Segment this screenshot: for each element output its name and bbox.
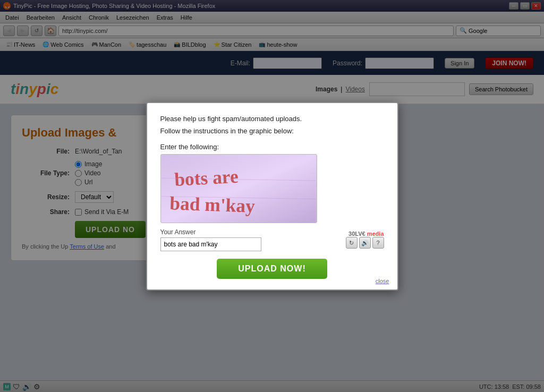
answer-label: Your Answer bbox=[160, 228, 261, 236]
captcha-controls: ↻ 🔊 ? bbox=[346, 237, 384, 249]
answer-row: Your Answer 30LV€ media ↻ 🔊 ? bbox=[160, 228, 384, 251]
enter-label: Enter the following: bbox=[160, 143, 384, 151]
svg-text:bots are: bots are bbox=[174, 165, 239, 190]
captcha-refresh-button[interactable]: ↻ bbox=[346, 237, 358, 249]
solve-media-section: 30LV€ media ↻ 🔊 ? bbox=[346, 231, 384, 249]
captcha-image: bots are bad m'kay bbox=[160, 154, 317, 223]
media-text: media bbox=[367, 231, 384, 237]
modal-line1: Please help us fight spam/automated uplo… bbox=[160, 114, 384, 124]
answer-section: Your Answer bbox=[160, 228, 261, 251]
modal-upload-button[interactable]: UPLOAD NOW! bbox=[217, 259, 327, 279]
solve-media-logo: 30LV€ media bbox=[346, 231, 384, 237]
answer-input[interactable] bbox=[160, 237, 261, 251]
captcha-help-button[interactable]: ? bbox=[372, 237, 384, 249]
captcha-modal: Please help us fight spam/automated uplo… bbox=[146, 102, 398, 291]
modal-line2: Follow the instructions in the graphic b… bbox=[160, 126, 384, 137]
modal-close-link[interactable]: close bbox=[376, 278, 389, 284]
svg-text:bad m'kay: bad m'kay bbox=[169, 192, 255, 217]
solve-text: 30LV€ bbox=[348, 231, 367, 237]
modal-overlay: Please help us fight spam/automated uplo… bbox=[0, 0, 544, 392]
captcha-audio-button[interactable]: 🔊 bbox=[359, 237, 371, 249]
